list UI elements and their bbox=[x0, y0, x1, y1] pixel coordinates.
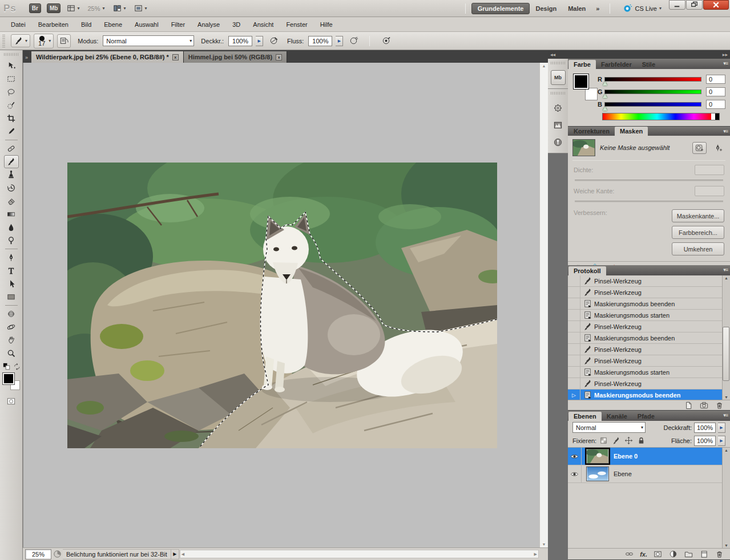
tool-brush[interactable] bbox=[4, 155, 19, 168]
menu-ansicht[interactable]: Ansicht bbox=[247, 19, 280, 30]
tab-stile[interactable]: Stile bbox=[637, 60, 660, 69]
layer-name[interactable]: Ebene 0 bbox=[614, 453, 638, 460]
lock-pixels-icon[interactable] bbox=[611, 436, 621, 445]
tool-clone-stamp[interactable] bbox=[4, 168, 19, 181]
red-value-input[interactable]: 0 bbox=[706, 75, 725, 84]
tool-preset-picker[interactable]: ▾ bbox=[11, 34, 30, 47]
scroll-down-icon[interactable]: ▼ bbox=[724, 543, 728, 547]
mask-edge-button[interactable]: Maskenkante... bbox=[672, 209, 724, 222]
panel-menu-icon[interactable]: ▾≡ bbox=[723, 128, 728, 134]
history-state[interactable]: Pinsel-Werkzeug bbox=[568, 275, 730, 287]
menu-ebene[interactable]: Ebene bbox=[98, 19, 128, 30]
history-scroll-thumb[interactable] bbox=[723, 327, 729, 381]
tool-pen[interactable] bbox=[4, 251, 19, 264]
canvas[interactable]: ▲ ▼ bbox=[23, 63, 548, 547]
blue-slider[interactable] bbox=[604, 102, 701, 107]
layer-row-ebene[interactable]: Ebene bbox=[568, 465, 730, 483]
slider-thumb[interactable] bbox=[603, 82, 607, 86]
tool-3d-orbit[interactable] bbox=[4, 320, 19, 334]
color-range-button[interactable]: Farbbereich... bbox=[672, 226, 724, 239]
vertical-scrollbar[interactable]: ▲ ▼ bbox=[539, 63, 548, 547]
menu-fenster[interactable]: Fenster bbox=[280, 19, 313, 30]
document-tab-himmel[interactable]: Himmel.jpg bei 50% (RGB/8) x bbox=[184, 51, 287, 63]
menu-filter[interactable]: Filter bbox=[165, 19, 191, 30]
tab-kanaele[interactable]: Kanäle bbox=[602, 412, 632, 421]
history-source-checkbox[interactable] bbox=[568, 310, 580, 320]
history-state[interactable]: Pinsel-Werkzeug bbox=[568, 344, 730, 355]
history-state[interactable]: Pinsel-Werkzeug bbox=[568, 287, 730, 298]
blend-mode-select[interactable]: Normal ▾ bbox=[103, 35, 194, 46]
add-vector-mask-button[interactable] bbox=[711, 142, 725, 154]
green-slider[interactable] bbox=[604, 90, 701, 94]
brush-preset-picker[interactable]: 17 ▾ bbox=[34, 34, 54, 48]
tool-eraser[interactable] bbox=[4, 194, 19, 208]
tool-eyedropper[interactable] bbox=[4, 125, 19, 138]
panel-menu-icon[interactable]: ▾≡ bbox=[723, 267, 728, 273]
info-panel-button[interactable] bbox=[551, 135, 566, 149]
arrange-documents-button[interactable]: ▾ bbox=[112, 3, 126, 13]
tool-dodge[interactable] bbox=[4, 234, 19, 247]
add-pixel-mask-button[interactable] bbox=[692, 142, 707, 154]
history-source-checkbox[interactable] bbox=[568, 378, 580, 389]
layer-visibility-toggle[interactable] bbox=[568, 448, 582, 465]
scroll-right-icon[interactable]: ▶ bbox=[534, 552, 537, 557]
scroll-down-icon[interactable]: ▼ bbox=[542, 542, 546, 546]
blue-value-input[interactable]: 0 bbox=[706, 100, 725, 109]
tab-pfade[interactable]: Pfade bbox=[632, 412, 660, 421]
scroll-up-icon[interactable]: ▲ bbox=[724, 276, 728, 280]
history-state[interactable]: Pinsel-Werkzeug bbox=[568, 378, 730, 389]
flow-input[interactable]: 100% bbox=[308, 36, 332, 46]
history-state[interactable]: Maskierungsmodus beenden bbox=[568, 298, 730, 310]
workspace-grundelemente[interactable]: Grundelemente bbox=[471, 3, 530, 14]
tool-rectangular-marquee[interactable] bbox=[4, 72, 19, 86]
menu-datei[interactable]: Datei bbox=[5, 19, 32, 30]
history-source-checkbox[interactable] bbox=[568, 275, 580, 286]
history-source-checkbox[interactable] bbox=[568, 287, 580, 298]
close-tab-icon[interactable]: x bbox=[276, 54, 282, 60]
layer-opacity-input[interactable]: 100% bbox=[694, 423, 716, 433]
status-menu-button[interactable]: ▶ bbox=[171, 549, 179, 559]
delete-state-icon[interactable] bbox=[715, 400, 724, 410]
tool-3d-rotate[interactable] bbox=[4, 307, 19, 320]
history-source-checkbox[interactable] bbox=[568, 332, 580, 343]
panel-menu-icon[interactable]: ▾≡ bbox=[723, 60, 728, 66]
quick-mask-button[interactable] bbox=[4, 395, 19, 408]
horizontal-scrollbar[interactable]: ◀ ▶ bbox=[180, 550, 539, 558]
history-state[interactable]: Pinsel-Werkzeug bbox=[568, 321, 730, 332]
lock-transparency-icon[interactable] bbox=[599, 436, 608, 445]
layer-name[interactable]: Ebene bbox=[614, 470, 632, 477]
menu-bild[interactable]: Bild bbox=[75, 19, 98, 30]
tool-type[interactable] bbox=[4, 264, 19, 277]
mini-bridge-panel-button[interactable]: Mb bbox=[551, 70, 566, 85]
tablet-opacity-button[interactable] bbox=[267, 34, 280, 48]
history-state[interactable]: Maskierungsmodus beenden bbox=[568, 332, 730, 344]
swap-colors-icon[interactable] bbox=[12, 362, 22, 372]
new-layer-icon[interactable] bbox=[699, 549, 709, 559]
tool-history-brush[interactable] bbox=[4, 181, 19, 194]
tool-lasso[interactable] bbox=[4, 86, 19, 99]
status-zoom-input[interactable]: 25% bbox=[25, 549, 51, 559]
tool-quick-selection[interactable] bbox=[4, 99, 19, 112]
close-tab-icon[interactable]: x bbox=[172, 54, 179, 60]
adjustment-layer-icon[interactable] bbox=[668, 549, 678, 559]
tab-korrekturen[interactable]: Korrekturen bbox=[568, 127, 615, 136]
zoom-level-button[interactable]: 25% ▾ bbox=[87, 5, 104, 12]
foreground-color-swatch[interactable] bbox=[574, 74, 588, 89]
workspace-overflow-button[interactable]: » bbox=[596, 5, 599, 12]
layers-scrollbar[interactable]: ▲ ▼ bbox=[722, 448, 730, 548]
lock-position-icon[interactable] bbox=[624, 436, 634, 445]
scroll-up-icon[interactable]: ▲ bbox=[542, 64, 546, 68]
tablet-size-button[interactable] bbox=[346, 34, 360, 48]
layer-visibility-toggle[interactable] bbox=[568, 465, 582, 482]
slider-thumb[interactable] bbox=[603, 94, 607, 98]
history-state-selected[interactable]: ▷Maskierungsmodus beenden bbox=[568, 389, 730, 400]
history-state-marker[interactable]: ▷ bbox=[568, 389, 580, 400]
invert-button[interactable]: Umkehren bbox=[672, 242, 724, 255]
minimize-button[interactable] bbox=[669, 0, 685, 10]
background-color-swatch[interactable] bbox=[585, 88, 598, 100]
layer-row-ebene0[interactable]: Ebene 0 bbox=[568, 448, 730, 465]
tab-masken[interactable]: Masken bbox=[615, 127, 648, 136]
workspace-malen[interactable]: Malen bbox=[562, 3, 591, 14]
spectrum-white[interactable] bbox=[711, 113, 715, 120]
add-layer-mask-icon[interactable] bbox=[653, 549, 663, 559]
